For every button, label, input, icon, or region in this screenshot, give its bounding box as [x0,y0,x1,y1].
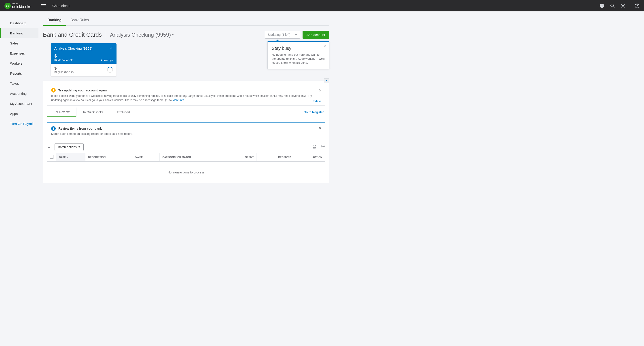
spinner-icon [107,67,113,73]
brand: quickbooks [12,5,31,9]
review-info-box: ✕ i Review items from your bank Match ea… [47,122,325,139]
select-all-checkbox[interactable] [50,155,54,159]
empty-state: No transactions to process [47,162,325,179]
sidebar: Dashboard Banking Sales Expenses Workers… [0,11,38,183]
tab-banking[interactable]: Banking [43,16,66,26]
info-icon: i [51,126,56,131]
sidebar-item-workers[interactable]: Workers [0,58,38,68]
collapse-button[interactable] [324,78,329,83]
gear-icon[interactable] [620,3,626,8]
tooltip-title: Stay busy [272,46,325,51]
bank-balance-label: BANK BALANCE [54,59,73,61]
sidebar-item-my-accountant[interactable]: My Accountant [0,99,38,109]
subtab-for-review[interactable]: For Review [47,107,76,117]
batch-label: Batch actions [58,145,77,149]
close-icon[interactable]: ✕ [318,126,322,131]
tab-bank-rules[interactable]: Bank Rules [66,16,93,25]
sidebar-item-taxes[interactable]: Taxes [0,78,38,88]
alert-title: Try updating your account again [58,88,107,92]
update-button[interactable]: Updating (1 left) [265,31,300,39]
col-received[interactable]: RECEIVED [256,153,294,161]
search-icon[interactable] [610,3,615,8]
svg-point-1 [611,4,614,7]
alert-body: If that doesn't work, your bank's websit… [51,94,321,102]
batch-actions-button[interactable]: Batch actions [54,143,84,151]
warning-alert: ✕ ! Try updating your account again If t… [47,85,325,106]
warning-icon: ! [51,88,56,92]
main-content: Banking Bank Rules Bank and Credit Cards… [38,11,329,183]
sidebar-item-expenses[interactable]: Expenses [0,48,38,58]
updated-ago: 4 days ago [101,59,113,61]
subtabs: For Review In QuickBooks Excluded Go to … [47,107,325,117]
plus-icon[interactable] [600,3,604,8]
qb-balance-label: IN QUICKBOOKS [54,71,74,73]
sidebar-item-apps[interactable]: Apps [0,109,38,119]
caret-down-icon [67,157,68,158]
more-info-link[interactable]: More info [172,99,184,102]
sidebar-item-reports[interactable]: Reports [0,68,38,78]
transactions-panel: ✕ ! Try updating your account again If t… [43,81,329,183]
go-to-register-link[interactable]: Go to Register [304,110,325,114]
svg-point-2 [622,5,624,6]
col-payee[interactable]: PAYEE [132,153,160,161]
svg-point-7 [322,146,324,147]
top-bar: qb intuit quickbooks Chameleon [0,0,644,11]
qb-balance: $ [54,66,74,71]
company-name: Chameleon [52,4,70,7]
print-icon[interactable] [312,144,317,150]
sidebar-item-accounting[interactable]: Accounting [0,88,38,99]
caret-down-icon [78,146,80,148]
update-link[interactable]: Update [312,99,321,103]
stay-busy-tooltip: ✕ Stay busy No need to hang out here and… [268,41,329,69]
logo-icon: qb [4,3,11,9]
col-category[interactable]: CATEGORY OR MATCH [160,153,228,161]
col-date[interactable]: DATE [56,153,86,161]
tooltip-text: No need to hang out here and wait for th… [272,53,325,65]
close-icon[interactable]: ✕ [324,44,326,48]
card-name: Analysis Checking (9959) [54,46,113,50]
hamburger-icon[interactable] [41,4,46,7]
page-title: Bank and Credit Cards [43,31,106,38]
update-label: Updating (1 left) [268,33,290,36]
pencil-icon[interactable] [110,46,113,50]
logo[interactable]: qb intuit quickbooks [4,3,31,9]
page-header: Bank and Credit Cards Analysis Checking … [43,26,329,43]
col-description[interactable]: DESCRIPTION [85,153,132,161]
sidebar-item-banking[interactable]: Banking [0,28,38,38]
account-selector-label: Analysis Checking (9959) [110,32,171,38]
tabs: Banking Bank Rules [43,11,329,26]
sidebar-item-payroll[interactable]: Turn On Payroll [0,119,38,129]
table-actions: Batch actions [47,143,325,151]
transactions-table: DATE DESCRIPTION PAYEE CATEGORY OR MATCH… [47,153,325,162]
caret-down-icon [172,34,174,35]
subtab-excluded[interactable]: Excluded [110,108,137,117]
review-body: Match each item to an existing record or… [51,132,321,135]
account-card[interactable]: Analysis Checking (9959) $ BANK BALANCE … [51,43,116,76]
add-account-button[interactable]: Add account [302,31,329,39]
sidebar-item-dashboard[interactable]: Dashboard [0,18,38,28]
sidebar-item-sales[interactable]: Sales [0,38,38,48]
gear-icon[interactable] [321,144,325,150]
col-action[interactable]: ACTION [294,153,325,161]
bank-balance: $ [54,53,73,58]
close-icon[interactable]: ✕ [318,88,322,93]
col-spent[interactable]: SPENT [228,153,256,161]
subtab-in-quickbooks[interactable]: In QuickBooks [76,108,110,117]
account-selector[interactable]: Analysis Checking (9959) [106,32,174,38]
sort-icon[interactable] [47,145,51,149]
caret-down-icon [295,34,297,35]
help-icon[interactable] [634,3,640,8]
review-title: Review items from your bank [58,127,102,130]
